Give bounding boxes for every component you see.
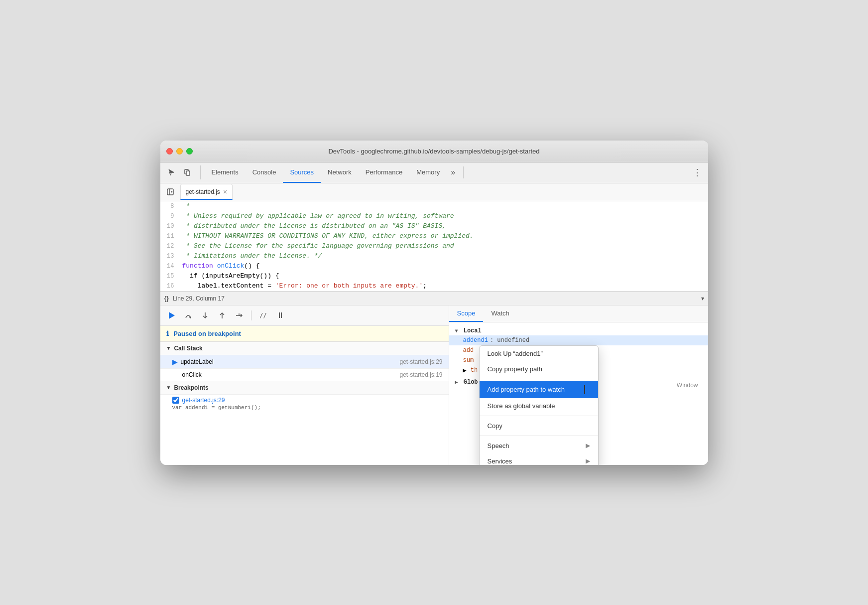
cursor-position: Line 29, Column 17: [173, 295, 225, 302]
call-stack-item-update-label[interactable]: ▶ updateLabel get-started.js:29: [160, 355, 449, 369]
window-title: DevTools - googlechrome.github.io/devtoo…: [328, 148, 539, 155]
tab-console[interactable]: Console: [246, 162, 283, 183]
step-out-button[interactable]: [215, 308, 229, 322]
global-scope-label: Glob: [464, 379, 478, 386]
status-bar: {} Line 29, Column 17 ▾: [160, 292, 708, 305]
more-tabs-icon[interactable]: »: [447, 168, 459, 177]
bottom-panel: // ⏸ ℹ Paused on breakpoint ▼ Call Stack…: [160, 305, 708, 465]
ctx-copy[interactable]: Copy: [480, 418, 598, 434]
paused-text: Paused on breakpoint: [173, 330, 241, 337]
file-tab-get-started[interactable]: get-started.js ×: [180, 184, 233, 200]
blackbox-button[interactable]: //: [256, 308, 270, 322]
breakpoint-filename: get-started.js:29: [182, 397, 225, 404]
ctx-copy-path[interactable]: Copy property path: [480, 361, 598, 377]
status-down-icon[interactable]: ▾: [701, 295, 704, 302]
ctx-lookup[interactable]: Look Up “addend1”: [480, 346, 598, 361]
maximize-button[interactable]: [186, 148, 193, 154]
ctx-copy-path-label: Copy property path: [488, 365, 543, 373]
left-debug-panel: // ⏸ ℹ Paused on breakpoint ▼ Call Stack…: [160, 305, 449, 465]
resume-button[interactable]: [164, 308, 178, 322]
main-tabbar: Elements Console Sources Network Perform…: [160, 162, 708, 183]
ctx-copy-label: Copy: [488, 422, 502, 430]
tabbar-menu-icon[interactable]: ⋮: [690, 165, 704, 179]
scope-item-addend1[interactable]: addend1 : undefined: [449, 335, 708, 345]
ctx-speech[interactable]: Speech ▶: [480, 438, 598, 454]
file-panel-toggle[interactable]: [164, 186, 176, 198]
local-scope-section: ▼ Local: [449, 326, 708, 335]
ctx-services[interactable]: Services ▶: [480, 454, 598, 465]
ctx-services-arrow: ▶: [586, 457, 590, 464]
tab-network[interactable]: Network: [321, 162, 359, 183]
breakpoints-label: Breakpoints: [174, 384, 208, 391]
breakpoint-checkbox[interactable]: [172, 397, 179, 404]
scope-key-sum: sum: [463, 357, 474, 364]
ctx-add-to-watch[interactable]: Add property path to watch: [480, 381, 598, 398]
breakpoint-code: var addend1 = getNumber1();: [172, 405, 261, 411]
ctx-add-watch-label: Add property path to watch: [488, 386, 565, 393]
ctx-divider-3: [480, 436, 598, 436]
svg-rect-1: [186, 171, 190, 175]
breakpoints-header[interactable]: ▼ Breakpoints: [160, 381, 449, 395]
svg-marker-5: [169, 312, 175, 319]
minimize-button[interactable]: [176, 148, 183, 154]
call-stack-file-2: get-started.js:19: [399, 371, 442, 378]
code-line-11: 11 * WITHOUT WARRANTIES OR CONDITIONS OF…: [160, 231, 708, 241]
cursor-icon[interactable]: [164, 165, 178, 179]
code-line-8: 8 *: [160, 201, 708, 211]
tab-performance[interactable]: Performance: [359, 162, 409, 183]
scope-key-th: th: [471, 367, 478, 374]
right-scope-panel: Scope Watch ▼ Local addend1 : undefined …: [449, 305, 708, 465]
pause-on-exception-button[interactable]: ⏸: [273, 308, 287, 322]
ctx-store-global-label: Store as global variable: [488, 402, 555, 410]
traffic-lights: [166, 148, 193, 154]
paused-info-bar: ℹ Paused on breakpoint: [160, 326, 449, 342]
file-tabbar: get-started.js ×: [160, 183, 708, 201]
call-stack-label: Call Stack: [174, 345, 202, 352]
ctx-speech-arrow: ▶: [586, 442, 590, 449]
code-line-16: 16 label.textContent = 'Error: one or bo…: [160, 281, 708, 291]
toolbar-separator: [251, 310, 251, 320]
svg-marker-4: [171, 191, 173, 193]
code-line-10: 10 * distributed under the License is di…: [160, 221, 708, 231]
call-stack-header[interactable]: ▼ Call Stack: [160, 342, 449, 355]
call-stack-item-onclick[interactable]: onClick get-started.js:19: [160, 369, 449, 381]
ctx-services-label: Services: [488, 457, 512, 465]
tab-elements[interactable]: Elements: [205, 162, 246, 183]
tab-scope[interactable]: Scope: [449, 305, 484, 322]
cursor-icon: [584, 385, 590, 394]
step-over-button[interactable]: [181, 308, 195, 322]
code-line-13: 13 * limitations under the License. */: [160, 251, 708, 261]
close-button[interactable]: [166, 148, 173, 154]
code-line-15: 15 if (inputsAreEmpty()) {: [160, 271, 708, 281]
scope-watch-tabbar: Scope Watch: [449, 305, 708, 322]
call-stack-file-1: get-started.js:29: [399, 358, 442, 365]
local-scope-arrow: ▼: [455, 328, 458, 334]
tab-watch[interactable]: Watch: [483, 305, 517, 322]
tab-memory[interactable]: Memory: [409, 162, 447, 183]
call-stack-fn-2: onClick: [172, 371, 400, 378]
titlebar: DevTools - googlechrome.github.io/devtoo…: [160, 141, 708, 162]
scope-th-arrow: ▶: [463, 367, 467, 374]
scope-key-addend1: addend1: [463, 337, 488, 344]
file-tab-close[interactable]: ×: [223, 188, 227, 195]
debug-toolbar: // ⏸: [160, 305, 449, 326]
files-icon[interactable]: [180, 165, 194, 179]
context-menu: Look Up “addend1” Copy property path Add…: [479, 345, 599, 465]
step-button[interactable]: [232, 308, 246, 322]
code-editor[interactable]: 8 * 9 * Unless required by applicable la…: [160, 201, 708, 292]
call-stack-arrow-icon: ▼: [166, 345, 171, 351]
code-line-14: 14 function onClick() {: [160, 261, 708, 271]
tab-sources[interactable]: Sources: [283, 162, 321, 183]
code-line-9: 9 * Unless required by applicable law or…: [160, 211, 708, 221]
file-tab-name: get-started.js: [186, 188, 220, 195]
step-into-button[interactable]: [198, 308, 212, 322]
tabbar-icons: [164, 165, 201, 179]
ctx-divider-2: [480, 416, 598, 416]
global-scope-arrow: ▶: [455, 380, 458, 385]
format-icon[interactable]: {}: [164, 295, 169, 302]
tabbar-divider: [463, 166, 464, 178]
ctx-store-global[interactable]: Store as global variable: [480, 398, 598, 414]
breakpoint-item-1[interactable]: get-started.js:29 var addend1 = getNumbe…: [160, 395, 449, 413]
paused-icon: ℹ: [166, 330, 169, 337]
local-scope-label: Local: [464, 327, 482, 334]
